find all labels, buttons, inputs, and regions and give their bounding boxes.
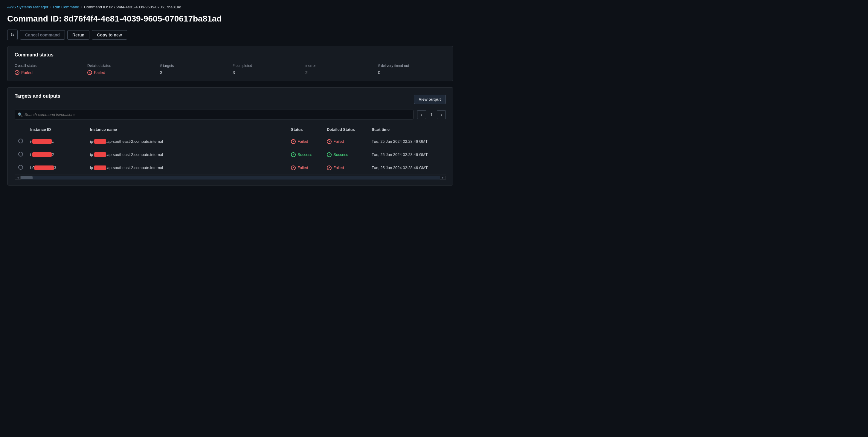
row3-instance-id: i-0 3: [27, 161, 86, 174]
rerun-button[interactable]: Rerun: [67, 30, 89, 40]
row3-name-redacted: [94, 166, 106, 170]
row2-detailed-icon: ✓: [327, 152, 332, 157]
completed-cell: # completed 3: [232, 64, 301, 75]
scroll-left-button[interactable]: ◂: [14, 176, 21, 179]
th-detailed-status: Detailed Status: [323, 124, 368, 135]
row1-instance-id: i- c: [27, 135, 86, 148]
row2-id-redacted: [32, 152, 52, 157]
overall-status-label: Overall status: [14, 64, 83, 68]
page-number: 1: [429, 112, 434, 117]
row2-id-suffix: 2: [52, 152, 54, 157]
row1-instance-name: ip- .ap-southeast-2.compute.internal: [86, 135, 287, 148]
row3-id-suffix: 3: [54, 166, 56, 170]
scroll-thumb[interactable]: [21, 176, 33, 179]
action-bar: ↻ Cancel command Rerun Copy to new: [7, 30, 453, 40]
th-instance-id: Instance ID: [27, 124, 86, 135]
search-icon: 🔍: [18, 112, 23, 117]
row2-name-prefix: ip-: [90, 152, 94, 157]
timed-out-value: 0: [378, 70, 446, 75]
cancel-command-button[interactable]: Cancel command: [20, 30, 65, 40]
row1-status: ✕ Failed: [287, 135, 323, 148]
th-instance-name: Instance name: [86, 124, 287, 135]
search-input[interactable]: [14, 110, 413, 120]
error-value: 2: [305, 70, 373, 75]
detailed-status-value: ✕ Failed: [87, 70, 155, 75]
detailed-status-fail-icon: ✕: [87, 70, 92, 75]
next-page-button[interactable]: ›: [437, 110, 446, 119]
row3-name-prefix: ip-: [90, 166, 94, 170]
row3-status-icon: ✕: [291, 166, 296, 170]
breadcrumb-link-run-command[interactable]: Run Command: [53, 5, 79, 9]
breadcrumb-current: Command ID: 8d76f4f4-4e81-4039-9605-0706…: [84, 5, 181, 9]
scroll-track[interactable]: [21, 176, 440, 179]
row2-instance-id: i- 2: [27, 148, 86, 161]
row2-radio[interactable]: [18, 152, 23, 157]
pagination: ‹ 1 ›: [417, 110, 446, 119]
row3-id-prefix: i-0: [30, 166, 34, 170]
breadcrumb-sep-2: ›: [81, 5, 82, 9]
targets-header: Targets and outputs View output: [14, 94, 446, 105]
overall-status-cell: Overall status ✕ Failed: [14, 64, 83, 75]
row3-status-text: Failed: [298, 166, 308, 170]
row2-start-time: Tue, 25 Jun 2024 02:28:46 GMT: [368, 148, 446, 161]
table-header-row: Instance ID Instance name Status Detaile…: [14, 124, 446, 135]
row3-instance-name: ip- .ap-southeast-2.compute.internal: [86, 161, 287, 174]
view-output-button[interactable]: View output: [414, 95, 446, 104]
prev-page-button[interactable]: ‹: [417, 110, 426, 119]
row1-name-redacted: [94, 139, 106, 144]
row3-radio-cell: [14, 161, 27, 174]
row2-status-text: Success: [298, 152, 312, 157]
row1-radio-cell: [14, 135, 27, 148]
row3-detailed-text: Failed: [333, 166, 344, 170]
row2-name-redacted: [94, 152, 106, 157]
targets-outputs-title: Targets and outputs: [14, 94, 60, 99]
breadcrumb-sep-1: ›: [50, 5, 52, 9]
command-status-title: Command status: [14, 52, 446, 58]
targets-outputs-panel: Targets and outputs View output 🔍 ‹ 1 ›: [7, 87, 453, 186]
status-grid: Overall status ✕ Failed Detailed status …: [14, 64, 446, 75]
detailed-status-label: Detailed status: [87, 64, 155, 68]
targets-value: 3: [160, 70, 228, 75]
row1-name-prefix: ip-: [90, 139, 94, 144]
table-row: i- 2 ip- .ap-southeast-2.compute.interna…: [14, 148, 446, 161]
row3-detailed-status: ✕ Failed: [323, 161, 368, 174]
row1-status-text: Failed: [298, 139, 308, 144]
row1-radio[interactable]: [18, 139, 23, 143]
refresh-icon: ↻: [10, 32, 14, 38]
overall-status-value: ✕ Failed: [14, 70, 83, 75]
row3-detailed-icon: ✕: [327, 166, 332, 170]
rerun-label: Rerun: [72, 33, 84, 37]
targets-label: # targets: [160, 64, 228, 68]
horizontal-scrollbar[interactable]: ◂ ▸: [14, 176, 446, 179]
row3-radio[interactable]: [18, 165, 23, 170]
copy-to-new-button[interactable]: Copy to new: [92, 30, 127, 40]
cancel-command-label: Cancel command: [25, 33, 60, 37]
row1-detailed-status: ✕ Failed: [323, 135, 368, 148]
table-row: i- c ip- .ap-southeast-2.compute.interna…: [14, 135, 446, 148]
detailed-status-cell: Detailed status ✕ Failed: [87, 64, 155, 75]
overall-status-fail-icon: ✕: [14, 70, 20, 75]
th-select: [14, 124, 27, 135]
row3-start-time: Tue, 25 Jun 2024 02:28:46 GMT: [368, 161, 446, 174]
row1-id-suffix: c: [52, 139, 54, 144]
row1-name-suffix: .ap-southeast-2.compute.internal: [106, 139, 163, 144]
invocations-table: Instance ID Instance name Status Detaile…: [14, 124, 446, 174]
search-wrapper: 🔍: [14, 110, 413, 120]
copy-to-new-label: Copy to new: [97, 33, 122, 37]
row1-id-redacted: [32, 139, 52, 144]
refresh-button[interactable]: ↻: [7, 30, 18, 40]
next-icon: ›: [441, 112, 442, 117]
completed-value: 3: [232, 70, 301, 75]
breadcrumb: AWS Systems Manager › Run Command › Comm…: [7, 5, 453, 9]
error-cell: # error 2: [305, 64, 373, 75]
scroll-right-button[interactable]: ▸: [440, 176, 446, 179]
breadcrumb-link-ssm[interactable]: AWS Systems Manager: [7, 5, 49, 9]
row2-instance-name: ip- .ap-southeast-2.compute.internal: [86, 148, 287, 161]
completed-label: # completed: [232, 64, 301, 68]
row2-radio-cell: [14, 148, 27, 161]
command-status-panel: Command status Overall status ✕ Failed D…: [7, 46, 453, 81]
row1-detailed-icon: ✕: [327, 139, 332, 144]
row2-status: ✓ Success: [287, 148, 323, 161]
row3-status: ✕ Failed: [287, 161, 323, 174]
error-label: # error: [305, 64, 373, 68]
